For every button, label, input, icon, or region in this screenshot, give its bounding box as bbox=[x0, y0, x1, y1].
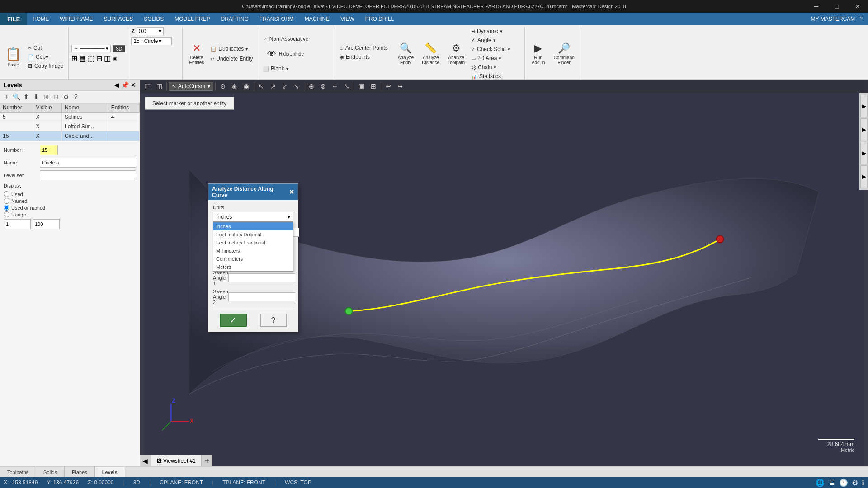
vp-extra-2[interactable]: ↪ bbox=[395, 81, 406, 92]
non-associative-button[interactable]: ⟋ Non-Associative bbox=[261, 35, 311, 43]
vp-btn-1[interactable]: ⬚ bbox=[142, 81, 153, 92]
status-globe-icon[interactable]: 🌐 bbox=[816, 479, 825, 487]
maximize-button[interactable]: □ bbox=[826, 0, 847, 13]
attr-icon4[interactable]: ⊟ bbox=[96, 54, 102, 63]
vp-nav-3[interactable]: ↙ bbox=[279, 81, 290, 92]
number-input[interactable] bbox=[40, 145, 58, 155]
endpoints-button[interactable]: ◉ Endpoints bbox=[338, 53, 390, 61]
tab-solids[interactable]: Solids bbox=[36, 467, 65, 477]
right-panel-btn-3[interactable]: ▶ bbox=[860, 142, 868, 164]
vp-tool-2[interactable]: ⊗ bbox=[318, 81, 329, 92]
option-millimeters[interactable]: Millimeters bbox=[213, 247, 293, 255]
viewsheet-nav-left[interactable]: ◀ bbox=[140, 455, 151, 466]
blank-button[interactable]: ⬜ Blank ▾ bbox=[261, 65, 311, 73]
menu-view[interactable]: VIEW bbox=[335, 13, 360, 25]
vp-snap-1[interactable]: ⊙ bbox=[217, 81, 228, 92]
tab-toolpaths[interactable]: Toolpaths bbox=[0, 467, 36, 477]
vp-snap-2[interactable]: ◈ bbox=[229, 81, 240, 92]
range-from-input[interactable] bbox=[4, 219, 31, 229]
paste-button[interactable]: 📋 Paste bbox=[3, 27, 24, 87]
vp-nav-2[interactable]: ↗ bbox=[268, 81, 278, 92]
undelete-entity-button[interactable]: ↩ Undelete Entity bbox=[208, 55, 255, 63]
right-panel-btn-1[interactable]: ▶ bbox=[860, 95, 868, 117]
option-feet-inches-fractional[interactable]: Feet Inches Fractional bbox=[213, 239, 293, 247]
vp-nav-1[interactable]: ↖ bbox=[256, 81, 267, 92]
right-panel-btn-4[interactable]: ▶ bbox=[860, 165, 868, 188]
down-level-button[interactable]: ⬇ bbox=[32, 92, 41, 101]
hide-unhide-button[interactable]: 👁 Hide/Unhide bbox=[261, 45, 311, 63]
units-dropdown[interactable]: Inches ▾ bbox=[213, 212, 293, 222]
vp-tool-4[interactable]: ⤡ bbox=[341, 81, 352, 92]
dialog-close-button[interactable]: ✕ bbox=[289, 189, 294, 195]
up-level-button[interactable]: ⬆ bbox=[22, 92, 31, 101]
levels-collapse-button[interactable]: ◀ bbox=[114, 81, 119, 89]
copy-image-button[interactable]: 🖼 Copy Image bbox=[26, 62, 66, 70]
dialog-help-button[interactable]: ? bbox=[260, 314, 287, 327]
analyze-distance-button[interactable]: 📏 AnalyzeDistance bbox=[418, 37, 443, 71]
3d-button[interactable]: 3D bbox=[113, 45, 125, 52]
vp-snap-3[interactable]: ◉ bbox=[241, 81, 252, 92]
sweep-angle-2-input[interactable] bbox=[228, 292, 295, 301]
radio-usedornamed-input[interactable] bbox=[4, 205, 9, 211]
analyze-toolpath-button[interactable]: ⚙ AnalyzeToolpath bbox=[444, 37, 468, 71]
menu-machine[interactable]: MACHINE bbox=[299, 13, 335, 25]
vp-btn-2[interactable]: ◫ bbox=[154, 81, 165, 92]
2d-area-button[interactable]: ▭ 2D Area ▾ bbox=[469, 54, 512, 62]
z-input[interactable]: 0.0▾ bbox=[137, 27, 164, 35]
arc-center-points-button[interactable]: ⊙ Arc Center Points bbox=[338, 44, 390, 52]
levels-row[interactable]: X Lofted Sur... bbox=[0, 122, 140, 131]
command-finder-button[interactable]: 🔎 CommandFinder bbox=[550, 37, 578, 71]
analyze-entity-button[interactable]: 🔍 AnalyzeEntity bbox=[394, 37, 418, 71]
menu-file[interactable]: FILE bbox=[0, 13, 27, 25]
viewsheet-tab[interactable]: 🖼 Viewsheet #1 bbox=[151, 455, 202, 466]
menu-solids[interactable]: SOLIDS bbox=[138, 13, 169, 25]
radio-named-input[interactable] bbox=[4, 198, 9, 204]
dialog-ok-button[interactable]: ✓ bbox=[220, 314, 247, 327]
radio-range-input[interactable] bbox=[4, 211, 9, 217]
settings-level-button[interactable]: ⚙ bbox=[61, 92, 71, 101]
tab-levels[interactable]: Levels bbox=[95, 467, 125, 477]
vp-view-2[interactable]: ⊞ bbox=[368, 81, 379, 92]
menu-home[interactable]: HOME bbox=[27, 13, 54, 25]
attr-icon3[interactable]: ⬚ bbox=[88, 54, 94, 63]
name-input[interactable] bbox=[40, 158, 136, 168]
menu-prodrill[interactable]: PRO DRILL bbox=[360, 13, 399, 25]
status-settings-icon[interactable]: ⚙ bbox=[852, 479, 858, 487]
levels-close-button[interactable]: ✕ bbox=[131, 81, 136, 89]
minimize-button[interactable]: ─ bbox=[806, 0, 826, 13]
dynamic-button[interactable]: ⊕ Dynamic ▾ bbox=[469, 27, 512, 35]
levels-pin-button[interactable]: 📌 bbox=[121, 81, 129, 89]
status-info-icon[interactable]: ℹ bbox=[862, 479, 864, 487]
help-level-button[interactable]: ? bbox=[71, 92, 80, 101]
menu-mymastercam[interactable]: MY MASTERCAM ? bbox=[806, 16, 868, 22]
search-level-button[interactable]: 🔍 bbox=[12, 92, 21, 101]
option-inches[interactable]: Inches bbox=[213, 222, 293, 230]
attr-icon6[interactable]: ▣ bbox=[113, 56, 117, 61]
level-select[interactable]: 15 : Circle ▾ bbox=[131, 37, 172, 45]
vp-extra-1[interactable]: ↩ bbox=[383, 81, 394, 92]
range-to-input[interactable] bbox=[33, 219, 60, 229]
check-solid-button[interactable]: ✓ Check Solid ▾ bbox=[469, 45, 512, 53]
right-panel-btn-2[interactable]: ▶ bbox=[860, 118, 868, 141]
levels-row[interactable]: 5 X Splines 4 bbox=[0, 113, 140, 122]
status-clock-icon[interactable]: 🕐 bbox=[839, 479, 848, 487]
levelset-input[interactable] bbox=[40, 170, 136, 180]
close-button[interactable]: ✕ bbox=[847, 0, 868, 13]
run-addin-button[interactable]: ▶ RunAdd-In bbox=[528, 37, 549, 71]
angle-button[interactable]: ∠ Angle ▾ bbox=[469, 36, 512, 44]
tab-planes[interactable]: Planes bbox=[65, 467, 95, 477]
menu-surfaces[interactable]: SURFACES bbox=[99, 13, 139, 25]
vp-tool-3[interactable]: ↔ bbox=[330, 81, 340, 92]
vp-view-1[interactable]: ▣ bbox=[356, 81, 367, 92]
menu-transform[interactable]: TRANSFORM bbox=[254, 13, 299, 25]
end-marker[interactable] bbox=[717, 235, 724, 243]
attr-icon1[interactable]: ⊞ bbox=[71, 54, 77, 63]
sweep-angle-1-input[interactable] bbox=[228, 273, 295, 282]
menu-wireframe[interactable]: WIREFRAME bbox=[54, 13, 98, 25]
add-viewsheet-button[interactable]: + bbox=[202, 455, 212, 466]
menu-modelprep[interactable]: MODEL PREP bbox=[169, 13, 215, 25]
expand-level-button[interactable]: ⊞ bbox=[42, 92, 51, 101]
attr-combo1[interactable]: ↔ ─────── ▾ bbox=[71, 45, 111, 52]
start-marker[interactable] bbox=[345, 308, 353, 315]
add-level-button[interactable]: + bbox=[2, 92, 11, 101]
